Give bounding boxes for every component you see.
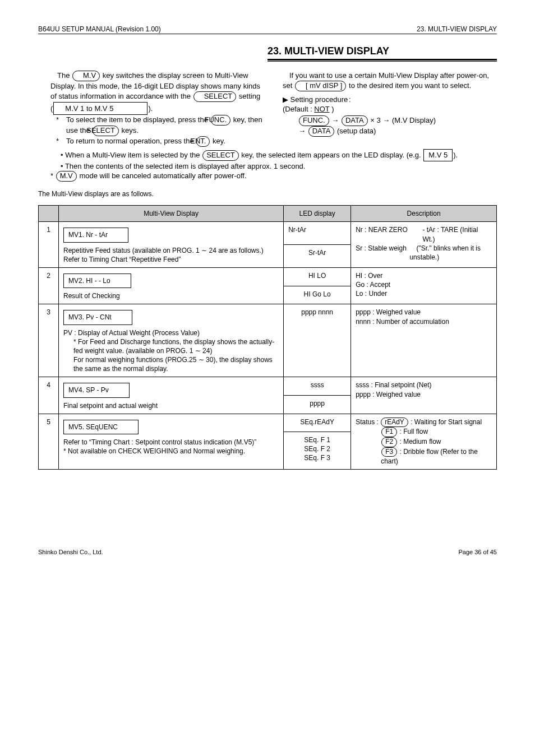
th-mvd: Multi-View Display — [59, 206, 284, 222]
left-p3: *To return to normal operation, press th… — [50, 136, 265, 147]
row1-prog: MV1. Nr - tAr Repetitive Feed status (av… — [59, 222, 284, 268]
row1-num: 1 — [39, 222, 59, 268]
section-divider — [268, 59, 497, 62]
row1-desc: Nr : NEAR ZERO- tAr : TARE (Initial Wt.)… — [351, 222, 497, 268]
key-func: FUNC. — [211, 115, 231, 126]
key-select: SELECT — [193, 91, 237, 102]
left-bullet-2: • Then the contents of the selected item… — [50, 161, 497, 171]
row3-num: 3 — [39, 304, 59, 377]
section-title: 23. MULTI-VIEW DISPLAY — [268, 44, 497, 58]
intro-left-column: The M.V key switches the display screen … — [38, 71, 265, 147]
th-desc: Description — [351, 206, 497, 222]
table-intro: The Multi-View displays are as follows. — [38, 189, 497, 198]
row4-disp: ssss — [284, 377, 351, 396]
right-sub-default: (Default : NOT ) — [283, 104, 497, 114]
th-led: LED display — [284, 206, 351, 222]
row3-disp: pppp nnnn — [284, 304, 351, 377]
select-range-box: M.V 1 to M.V 5 — [53, 102, 147, 115]
table-row: 4 MV4. SP - Pv Final setpoint and actual… — [39, 377, 497, 396]
row4-prog: MV4. SP - Pv Final setpoint and actual w… — [59, 377, 284, 414]
right-sub-seq1: FUNC. → DATA × 3 → (M.V Display) — [283, 115, 497, 126]
row1-disp2: Sr-tAr — [284, 245, 351, 268]
header-left: B64UU SETUP MANUAL (Revision 1.00) — [38, 25, 161, 34]
key-select-3: SELECT — [202, 150, 239, 161]
row2-prog: MV2. HI - - Lo Result of Checking — [59, 267, 284, 304]
table-row: 5 MV5. SEqUENC Refer to “Timing Chart : … — [39, 414, 497, 432]
row2-disp: HI LO — [284, 267, 351, 286]
key-ent: ENT. — [196, 136, 210, 147]
table-row: 2 MV2. HI - - Lo Result of Checking HI L… — [39, 267, 497, 286]
table-header-row: Multi-View Display LED display Descripti… — [39, 206, 497, 222]
row5-num: 5 — [39, 414, 59, 470]
multi-view-table: Multi-View Display LED display Descripti… — [38, 205, 497, 470]
row5-desc: Status : rEAdY : Waiting for Start signa… — [351, 414, 497, 470]
right-p1: If you want to use a certain Multi-View … — [283, 71, 497, 91]
row3-box: MV3. Pv - CNt — [63, 310, 132, 324]
left-p2: *To select the item to be displayed, pre… — [50, 115, 265, 136]
key-data: DATA — [342, 115, 368, 126]
row3-desc: pppp : Weighed value nnnn : Number of ac… — [351, 304, 497, 377]
row2-disp2: HI Go Lo — [284, 286, 351, 304]
left-note: * M.V mode will be canceled automaticall… — [50, 171, 497, 182]
row1-box: MV1. Nr - tAr — [63, 228, 128, 242]
page-footer: Shinko Denshi Co., Ltd. Page 36 of 45 — [38, 548, 497, 556]
table-row: 1 MV1. Nr - tAr Repetitive Feed status (… — [39, 222, 497, 245]
left-p1: The M.V key switches the display screen … — [50, 71, 265, 115]
row5-box: MV5. SEqUENC — [63, 420, 139, 434]
row2-desc: HI : Over Go : Accept Lo : Under — [351, 267, 497, 304]
example-mv5-box: M.V 5 — [423, 149, 453, 161]
key-func-2: FUNC. — [299, 115, 329, 126]
left-bullet-1: • When a Multi-View item is selected by … — [50, 149, 497, 161]
footer-left: Shinko Denshi Co., Ltd. — [38, 548, 103, 556]
row4-box: MV4. SP - Pv — [63, 383, 130, 397]
row2-num: 2 — [39, 267, 59, 304]
key-data-2: DATA — [308, 126, 335, 137]
row3-prog: MV3. Pv - CNt PV : Display of Actual Wei… — [59, 304, 284, 377]
intro-right-column: If you want to use a certain Multi-View … — [283, 71, 497, 147]
left-bullets: • When a Multi-View item is selected by … — [38, 149, 497, 182]
row2-box: MV2. HI - - Lo — [63, 273, 131, 288]
row5-disp: SEq.rEAdY — [284, 414, 351, 432]
row5-prog: MV5. SEqUENC Refer to “Timing Chart : Se… — [59, 414, 284, 470]
row4-desc: ssss : Final setpoint (Net) pppp : Weigh… — [351, 377, 497, 414]
key-mv-disp: [ mV dISP ] — [295, 81, 347, 91]
page-header: B64UU SETUP MANUAL (Revision 1.00) 23. M… — [38, 25, 497, 34]
right-sub-a: ▶ Setting procedure : — [283, 95, 497, 105]
key-mv-2: M.V — [56, 171, 77, 182]
row4-disp2: pppp — [284, 396, 351, 414]
footer-right: Page 36 of 45 — [458, 548, 497, 556]
key-select-2: SELECT — [93, 126, 119, 136]
status-f2: F2 — [381, 437, 397, 447]
status-ready: rEAdY — [381, 418, 408, 428]
right-sub-seq2: → DATA (setup data) — [283, 126, 497, 137]
header-right: 23. MULTI-VIEW DISPLAY — [417, 25, 497, 34]
status-f3: F3 — [381, 447, 397, 457]
status-f1: F1 — [381, 427, 397, 437]
key-mv: M.V — [72, 71, 100, 81]
row4-num: 4 — [39, 377, 59, 414]
table-row: 3 MV3. Pv - CNt PV : Display of Actual W… — [39, 304, 497, 377]
th-blank — [39, 206, 59, 222]
row1-disp: Nr-tAr — [284, 222, 351, 245]
row5-disp2: SEq. F 1 SEq. F 2 SEq. F 3 — [284, 432, 351, 470]
